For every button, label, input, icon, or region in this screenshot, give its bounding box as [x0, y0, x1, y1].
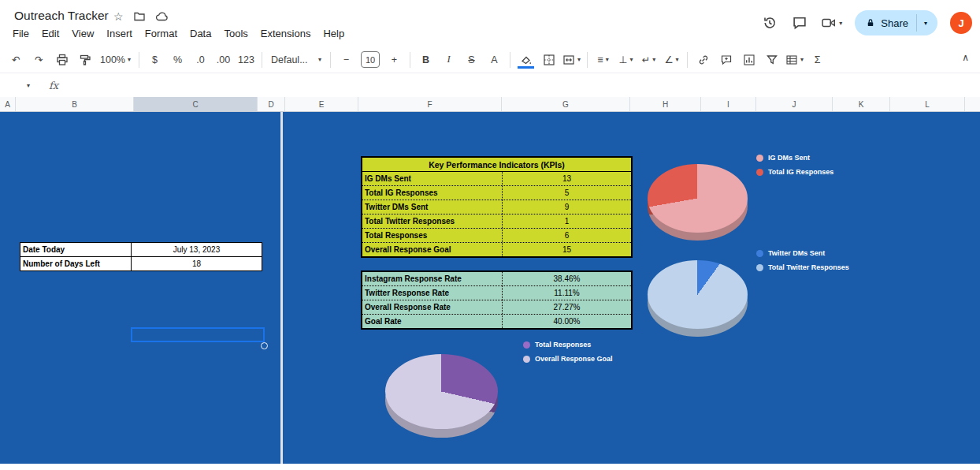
functions-button[interactable]: Σ [806, 50, 829, 70]
text-wrap-button[interactable]: ↵ ▾ [637, 50, 660, 70]
legend-item[interactable]: Total IG Responses [756, 168, 833, 176]
table-row[interactable]: Total Responses 6 [362, 228, 631, 242]
decrease-font-size-button[interactable]: − [335, 50, 358, 70]
table-row[interactable]: Overall Response Goal 15 [362, 242, 631, 256]
sheet-grid[interactable]: Date Today July 13, 2023 Number of Days … [0, 112, 980, 464]
meet-icon[interactable]: ▾ [821, 16, 842, 30]
vertical-align-icon: ⊥ [619, 54, 628, 65]
merge-cells-button[interactable]: ▾ [560, 50, 583, 70]
strikethrough-button[interactable]: S [460, 50, 483, 70]
print-button[interactable] [50, 50, 73, 70]
rate-label: Goal Rate [362, 315, 503, 328]
menu-item-help[interactable]: Help [317, 26, 351, 41]
menu-item-format[interactable]: Format [139, 26, 184, 41]
selection-handle[interactable] [261, 342, 268, 349]
menu-item-insert[interactable]: Insert [100, 26, 139, 41]
comments-icon[interactable] [791, 14, 808, 32]
table-row[interactable]: Total IG Responses 5 [362, 185, 631, 200]
version-history-icon[interactable] [761, 14, 778, 32]
twitter-pie-chart[interactable] [648, 260, 748, 337]
borders-button[interactable] [537, 50, 560, 70]
column-header-k[interactable]: K [833, 97, 890, 111]
cell-selection-outline[interactable] [131, 327, 265, 342]
column-header-a[interactable]: A [0, 97, 16, 111]
column-header-f[interactable]: F [358, 97, 502, 111]
rate-value: 38.46% [503, 272, 631, 285]
meet-dropdown-icon[interactable]: ▾ [839, 20, 842, 27]
menu-item-file[interactable]: File [6, 26, 35, 41]
zoom-select[interactable]: 100% ▾ [96, 50, 135, 70]
menu-item-tools[interactable]: Tools [217, 26, 254, 41]
table-row[interactable]: Twitter DMs Sent 9 [362, 200, 631, 214]
text-color-button[interactable]: A [483, 50, 506, 70]
document-title[interactable]: Outreach Tracker [14, 9, 109, 23]
kpi-label: Total IG Responses [362, 186, 503, 200]
date-info-table: Date Today July 13, 2023 Number of Days … [20, 242, 262, 271]
menu-item-edit[interactable]: Edit [35, 26, 65, 41]
column-header-e[interactable]: E [285, 97, 358, 111]
italic-button[interactable]: I [437, 50, 460, 70]
legend-item[interactable]: IG DMs Sent [756, 154, 833, 162]
redo-button[interactable]: ↷ [28, 50, 50, 70]
format-currency-button[interactable]: $ [143, 50, 166, 70]
frozen-pane-divider[interactable] [280, 112, 283, 464]
table-row[interactable]: Goal Rate 40.00% [362, 314, 631, 328]
column-header-i[interactable]: I [701, 97, 756, 111]
column-header-d[interactable]: D [258, 97, 285, 111]
table-row[interactable]: IG DMs Sent 13 [362, 172, 631, 185]
kpi-label: Overall Response Goal [362, 243, 503, 256]
bold-button[interactable]: B [414, 50, 437, 70]
increase-font-size-button[interactable]: + [383, 50, 406, 70]
decrease-decimal-button[interactable]: .0 [189, 50, 212, 70]
vertical-align-button[interactable]: ⊥ ▾ [614, 50, 637, 70]
table-row[interactable]: Number of Days Left 18 [20, 256, 262, 270]
name-box-dropdown-icon[interactable]: ▾ [27, 82, 30, 89]
table-row[interactable]: Instagram Response Rate 38.46% [362, 272, 631, 285]
move-folder-icon[interactable] [133, 10, 146, 23]
text-rotation-dropdown-icon: ▾ [676, 56, 679, 63]
hide-menus-button[interactable]: ∧ [962, 52, 969, 63]
increase-decimal-button[interactable]: .00 [212, 50, 235, 70]
column-header-h[interactable]: H [630, 97, 701, 111]
paint-format-button[interactable] [73, 50, 96, 70]
responses-pie-chart[interactable] [385, 354, 498, 438]
font-size-input[interactable]: 10 [361, 51, 380, 68]
table-row[interactable]: Date Today July 13, 2023 [20, 243, 262, 256]
menu-item-data[interactable]: Data [184, 26, 217, 41]
toolbar-divider [587, 52, 588, 68]
kpi-label: Total Responses [362, 229, 503, 242]
legend-item[interactable]: Overall Response Goal [523, 355, 613, 363]
legend-item[interactable]: Total Responses [523, 341, 613, 349]
ig-pie-chart[interactable] [648, 164, 748, 241]
table-row[interactable]: Total Twitter Responses 1 [362, 214, 631, 228]
share-button[interactable]: Share ▾ [855, 10, 937, 35]
column-header-b[interactable]: B [16, 97, 134, 111]
menu-item-extensions[interactable]: Extensions [254, 26, 317, 41]
column-header-j[interactable]: J [756, 97, 833, 111]
column-header-l[interactable]: L [890, 97, 965, 111]
legend-item[interactable]: Total Twitter Responses [756, 263, 849, 271]
star-icon[interactable]: ☆ [113, 10, 124, 23]
share-dropdown-icon[interactable]: ▾ [917, 20, 934, 27]
fill-color-button[interactable] [514, 50, 537, 70]
column-header-c[interactable]: C [134, 97, 258, 111]
insert-comment-button[interactable] [715, 50, 737, 70]
kpi-value: 6 [503, 229, 631, 242]
horizontal-scrollbar[interactable] [0, 464, 980, 470]
create-filter-button[interactable] [760, 50, 783, 70]
column-header-g[interactable]: G [502, 97, 630, 111]
insert-chart-button[interactable] [737, 50, 760, 70]
table-views-button[interactable]: ▾ [783, 50, 806, 70]
legend-item[interactable]: Twitter DMs Sent [756, 249, 849, 257]
font-select[interactable]: Defaul... ▾ [266, 50, 326, 70]
horizontal-align-button[interactable]: ≡ ▾ [592, 50, 614, 70]
menu-item-view[interactable]: View [65, 26, 100, 41]
table-row[interactable]: Twitter Response Rate 11.11% [362, 285, 631, 300]
insert-link-button[interactable] [692, 50, 715, 70]
format-percent-button[interactable]: % [166, 50, 189, 70]
text-rotation-button[interactable]: ∠ ▾ [660, 50, 683, 70]
more-formats-button[interactable]: 123 [235, 50, 258, 70]
undo-button[interactable]: ↶ [5, 50, 28, 70]
avatar[interactable]: J [950, 12, 972, 34]
table-row[interactable]: Overall Response Rate 27.27% [362, 300, 631, 314]
